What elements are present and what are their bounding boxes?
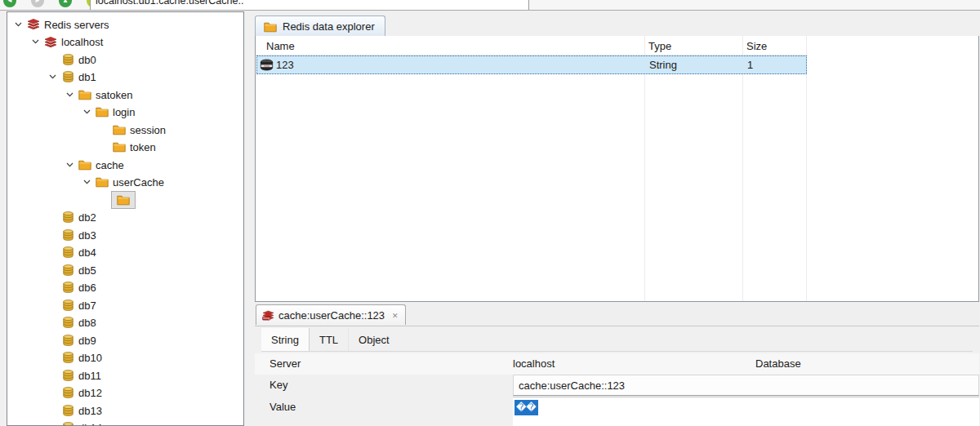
address-text: localhost.db1.cache.userCache.. [96, 0, 243, 7]
tree-item-localhost[interactable]: localhost [7, 33, 243, 51]
tree-item-label: db6 [78, 281, 96, 294]
tree-item-label: userCache [113, 175, 164, 189]
column-header-type[interactable]: Type [648, 36, 671, 55]
tree-item-Redis servers[interactable]: Redis servers [7, 16, 243, 33]
tab-cache-usercache-123[interactable]: String cache:userCache::123 ✕ [256, 304, 406, 325]
folder-icon [95, 105, 109, 118]
tree-item-db0[interactable]: db0 [7, 51, 243, 69]
db-icon [60, 229, 75, 242]
chevron-placeholder [45, 422, 60, 426]
folder-icon [112, 123, 127, 136]
tree-item-label: Redis servers [44, 18, 109, 31]
key-input[interactable]: cache:userCache::123 [513, 375, 979, 396]
value-editor[interactable]: �� [513, 397, 979, 426]
db-icon [60, 70, 75, 83]
chevron-down-icon[interactable] [79, 106, 95, 118]
tree-item-db4[interactable]: db4 [7, 244, 243, 262]
chevron-placeholder [96, 194, 112, 206]
tree-item-db11[interactable]: db11 [7, 366, 243, 384]
redis-icon [26, 18, 41, 31]
forward-icon: ► [34, 0, 41, 4]
tree-item-db12[interactable]: db12 [7, 384, 243, 402]
tree-item-db1[interactable]: db1 [7, 69, 243, 87]
folder-icon [95, 175, 109, 189]
string-key-icon: string [260, 59, 274, 71]
tree-item-cache[interactable]: cache [7, 156, 243, 174]
chevron-placeholder [45, 405, 60, 416]
chevron-placeholder [96, 124, 112, 135]
app-window: ◄►▲↻ localhost.db1.cache.userCache.. Red… [0, 0, 980, 426]
tree-item-userCache[interactable]: userCache [7, 174, 243, 192]
tree-item-label: db3 [78, 229, 96, 242]
address-field[interactable]: localhost.db1.cache.userCache.. [90, 0, 529, 11]
folder-icon [111, 191, 136, 209]
chevron-placeholder [45, 387, 60, 398]
tree-item-label: db5 [78, 264, 96, 277]
tree-item-db8[interactable]: db8 [7, 314, 243, 332]
table-row-123[interactable]: string123String1 [256, 55, 807, 74]
chevron-down-icon[interactable] [11, 19, 26, 30]
db-icon [60, 299, 75, 312]
db-icon [60, 53, 75, 66]
tree-item-satoken[interactable]: satoken [7, 86, 243, 104]
database-label: Database [755, 353, 801, 375]
tree-item-label: session [130, 123, 166, 136]
server-label: Server [270, 353, 301, 375]
folder-icon [78, 88, 92, 101]
tree-item-label: localhost [61, 35, 103, 48]
tab-object[interactable]: Object [349, 328, 399, 351]
tree-item-db10[interactable]: db10 [7, 349, 243, 367]
tab-ttl[interactable]: TTL [310, 328, 349, 351]
tree-item-db3[interactable]: db3 [7, 226, 243, 244]
tree-item-unnamed[interactable] [7, 191, 243, 209]
chevron-placeholder [45, 211, 60, 223]
tree-item-label: db10 [78, 351, 102, 364]
tree-item-label: cache [96, 158, 124, 171]
chevron-down-icon[interactable] [62, 89, 78, 100]
chevron-down-icon[interactable] [28, 36, 43, 47]
tree-item-db6[interactable]: db6 [7, 279, 243, 297]
db-icon [60, 369, 75, 382]
db-icon [60, 334, 75, 347]
chevron-down-icon[interactable] [45, 71, 60, 82]
cell-size: 1 [747, 55, 804, 74]
column-header-size[interactable]: Size [746, 36, 767, 55]
tree-item-db9[interactable]: db9 [7, 331, 243, 349]
value-label: Value [270, 397, 296, 418]
tree-item-db13[interactable]: db13 [7, 402, 243, 419]
db-icon [60, 211, 75, 224]
folder-icon [78, 158, 92, 171]
editor-tabbar: String cache:userCache::123 ✕ [255, 304, 979, 326]
key-label: Key [270, 375, 287, 396]
tree-item-db5[interactable]: db5 [7, 261, 243, 279]
redis-tree: Redis serverslocalhostdb0db1satokenlogin… [7, 11, 244, 426]
editor-inner-tabs: StringTTLObject [261, 328, 973, 352]
back-button[interactable]: ◄ [3, 0, 16, 7]
tree-item-session[interactable]: session [7, 121, 243, 139]
editor-panel: String cache:userCache::123 ✕ StringTTLO… [255, 304, 979, 426]
chevron-down-icon[interactable] [62, 159, 78, 171]
db-icon [60, 386, 75, 399]
chevron-down-icon[interactable] [79, 176, 95, 188]
folder-icon [263, 20, 278, 33]
tab-redis-data-explorer[interactable]: Redis data explorer [255, 16, 385, 37]
tree-item-label: db13 [78, 404, 102, 417]
chevron-placeholder [45, 246, 60, 258]
toolbar: ◄►▲↻ localhost.db1.cache.userCache.. [0, 0, 980, 11]
tree-item-db14[interactable]: db14 [7, 419, 243, 426]
value-selected-text: �� [514, 400, 538, 415]
column-separator [742, 36, 743, 301]
tab-string[interactable]: String [261, 328, 310, 351]
tree-item-login[interactable]: login [7, 104, 243, 122]
tree-item-token[interactable]: token [7, 139, 243, 157]
chevron-placeholder [45, 352, 60, 363]
db-icon [60, 404, 75, 417]
tree-item-db7[interactable]: db7 [7, 296, 243, 314]
up-button[interactable]: ▲ [59, 0, 72, 7]
tree-item-db2[interactable]: db2 [7, 209, 243, 227]
tree-item-label: db14 [78, 421, 102, 426]
column-header-name[interactable]: Name [266, 36, 295, 55]
chevron-placeholder [96, 141, 112, 153]
close-icon[interactable]: ✕ [392, 311, 399, 320]
chevron-placeholder [45, 300, 60, 311]
